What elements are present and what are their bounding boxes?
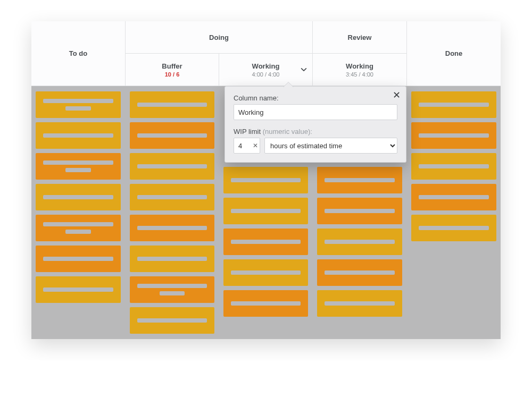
card-line [43,222,113,226]
subcol-meta: 10 / 6 [165,71,180,78]
subcol-header-working-doing[interactable]: Working 4:00 / 4:00 [219,54,313,86]
card[interactable] [36,153,121,180]
card-line [43,195,113,199]
card[interactable] [130,184,214,210]
col-group-doing: Doing Buffer 10 / 6 Working 4:00 / 4:00 [126,21,313,86]
card[interactable] [130,153,214,180]
card-line [231,240,301,244]
card[interactable] [223,290,308,317]
card[interactable] [411,122,496,149]
card-line [137,318,207,323]
wip-number-wrap: ✕ [234,138,260,154]
card-line [43,160,113,165]
subcol-meta: 4:00 / 4:00 [252,71,280,78]
card[interactable] [223,229,308,255]
card[interactable] [411,215,496,241]
clear-icon[interactable]: ✕ [253,142,258,149]
col-header-review[interactable]: Review [313,21,407,54]
card[interactable] [317,290,402,317]
subcol-label: Buffer [162,62,182,70]
card-line [325,270,395,275]
subcol-meta: 3:45 / 4:00 [346,71,373,78]
lane-done[interactable] [407,86,501,339]
card-line [419,103,489,107]
card-line [419,195,489,199]
card-line [137,284,207,288]
card-line [419,133,489,138]
col-group-review: Review Working 3:45 / 4:00 [313,21,407,86]
card-line [160,291,185,295]
card[interactable] [411,91,496,118]
card[interactable] [36,91,121,118]
card[interactable] [317,198,402,224]
card-line [419,226,489,230]
card-line [137,164,207,168]
card-line [231,301,301,306]
column-name-input[interactable] [234,104,397,120]
card-line [65,230,91,234]
card[interactable] [130,215,214,241]
card-line [43,99,113,103]
card[interactable] [36,122,121,149]
card[interactable] [130,276,214,303]
wip-unit-select[interactable]: hours of estimated time [264,138,397,154]
subcol-header-working-review[interactable]: Working 3:45 / 4:00 [313,54,407,86]
card[interactable] [36,276,121,303]
card[interactable] [130,246,214,272]
wip-limit-label: WIP limit (numeric value): [234,128,397,136]
card[interactable] [411,184,496,210]
wip-limit-hint: (numeric value): [261,128,312,136]
card[interactable] [130,91,214,118]
card-line [231,178,301,182]
card-line [137,133,207,138]
popover-arrow [284,82,293,87]
card-line [325,301,395,306]
card-line [231,270,301,275]
card-line [137,257,207,261]
card-line [43,287,113,292]
kanban-board: To do Doing Buffer 10 / 6 Working 4:00 /… [31,21,501,339]
col-header-todo[interactable]: To do [31,21,126,86]
card[interactable] [130,122,214,149]
card-line [65,106,91,111]
card-line [325,178,395,182]
card[interactable] [36,184,121,210]
lane-buffer[interactable] [126,86,219,339]
lane-todo[interactable] [31,86,126,339]
subcol-label: Working [252,62,280,70]
card-line [137,226,207,230]
card-line [43,257,113,261]
card-line [325,240,395,244]
column-edit-popover: ✕ Column name: WIP limit (numeric value)… [225,86,406,163]
subcol-label: Working [346,62,373,70]
card[interactable] [317,167,402,193]
card[interactable] [317,259,402,286]
card[interactable] [36,215,121,241]
card[interactable] [223,167,308,193]
header-row-groups: To do Doing Buffer 10 / 6 Working 4:00 /… [31,21,501,86]
col-header-doing[interactable]: Doing [126,21,313,54]
wip-limit-label-text: WIP limit [234,128,261,136]
chevron-down-icon[interactable] [300,65,308,74]
card[interactable] [223,198,308,224]
card-line [137,103,207,107]
card[interactable] [36,246,121,272]
card-line [137,195,207,199]
card-line [65,168,91,172]
column-name-label: Column name: [234,94,397,102]
card-line [419,164,489,168]
card[interactable] [130,307,214,334]
card-line [325,209,395,213]
card[interactable] [317,229,402,255]
card-line [231,209,301,213]
card[interactable] [411,153,496,180]
close-icon[interactable]: ✕ [391,90,402,100]
subcol-header-buffer[interactable]: Buffer 10 / 6 [126,54,219,86]
col-header-done[interactable]: Done [407,21,501,86]
card[interactable] [223,259,308,286]
card-line [43,133,113,138]
